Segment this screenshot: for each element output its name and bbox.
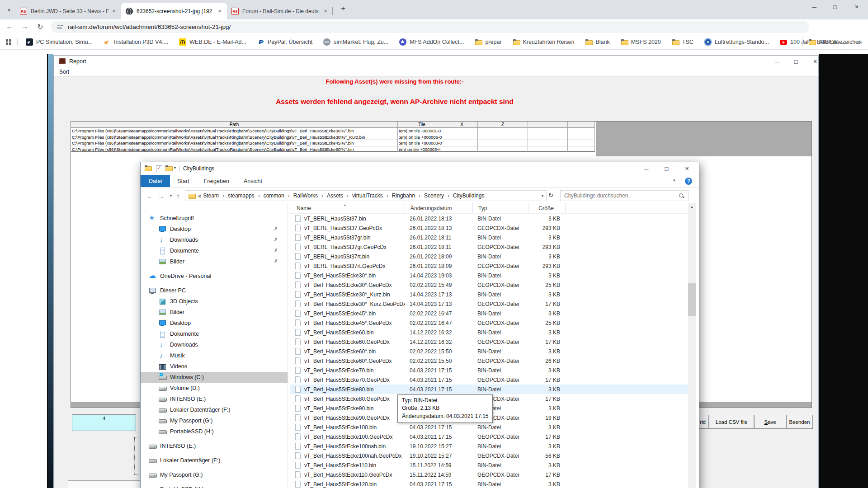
sidebar-item[interactable]: PortableSSD (H:)	[141, 426, 288, 437]
breadcrumb-segment[interactable]: common	[255, 192, 284, 199]
bookmark-item[interactable]: simMarket: Flug, Zu...	[321, 37, 391, 47]
column-header-type[interactable]: Typ	[473, 203, 528, 213]
nav-up-button[interactable]	[173, 191, 183, 201]
breadcrumb-segment[interactable]: Steam	[203, 192, 219, 199]
search-input[interactable]: CityBuildings durchsuchen	[560, 190, 689, 201]
apps-grid-icon[interactable]	[5, 39, 12, 45]
breadcrumb-segment[interactable]: steamapps	[219, 192, 255, 199]
report-maximize-button[interactable]	[788, 56, 804, 67]
bookmark-item[interactable]: PC Simulation, Simu...	[23, 37, 95, 47]
file-row[interactable]: vT_Berl_Haus5StEcke80.bin 04.03.2021 17:…	[290, 385, 689, 394]
breadcrumb-segment[interactable]: CityBuildings	[444, 192, 484, 199]
explorer-minimize-button[interactable]	[636, 162, 656, 175]
column-header-date[interactable]: Änderungsdatum	[405, 203, 473, 213]
sidebar-item[interactable]: Dokumente	[141, 245, 288, 256]
help-icon[interactable]	[685, 178, 692, 185]
quit-button[interactable]: Beenden	[786, 415, 813, 429]
sidebar-item[interactable]: Windows (C:)	[141, 372, 288, 383]
properties-check-icon[interactable]	[155, 164, 163, 173]
bookmark-item[interactable]: prepar	[472, 37, 504, 47]
ribbon-tab[interactable]: Freigeben	[197, 175, 236, 187]
explorer-maximize-button[interactable]	[656, 162, 677, 175]
window-close-button[interactable]	[846, 0, 867, 14]
file-row[interactable]: vT_BERL_Haus5St37gr.GeoPcDx 26.01.2022 1…	[290, 242, 689, 252]
table-row[interactable]: C:\Program Files (x86)\Steam\steamapps\c…	[71, 140, 595, 146]
file-row[interactable]: vT_BERL_Haus5St37rt.GeoPcDx 26.01.2022 1…	[290, 261, 689, 271]
save-button[interactable]: Save	[754, 415, 786, 429]
file-row[interactable]: vT_Berl_Haus5StEcke30°.bin 14.04.2023 19…	[290, 271, 689, 280]
bookmark-item[interactable]: MSFS 2020	[618, 37, 664, 47]
column-tile[interactable]: Tile	[398, 122, 446, 128]
file-row[interactable]: vT_Berl_Haus5StEcke45°.GeoPcDx 02.02.202…	[290, 318, 689, 328]
file-row[interactable]: vT_Berl_Haus5StEcke70.bin 04.03.2021 17:…	[290, 366, 689, 375]
sidebar-item[interactable]: Videos	[141, 361, 288, 372]
sidebar-item[interactable]: Dieser PC	[141, 285, 288, 296]
file-row[interactable]: vT_Berl_Haus5StEcke110.GeoPcDx 15.11.202…	[290, 470, 689, 479]
column-x[interactable]: X	[446, 122, 478, 128]
breadcrumb-segment[interactable]: Scenery	[415, 192, 444, 199]
sidebar-item[interactable]: Downloads	[141, 339, 288, 350]
all-bookmarks-button[interactable]: Alle Lesezeichen	[802, 38, 862, 46]
explorer-close-button[interactable]	[677, 162, 697, 175]
url-omnibox[interactable]: rail-sim.de/forum/wcf/attachment/633652-…	[51, 21, 809, 33]
bookmark-item[interactable]: TSC	[669, 37, 696, 47]
breadcrumb-segment[interactable]: Assets	[318, 192, 343, 199]
report-minimize-button[interactable]	[769, 56, 785, 67]
table-row[interactable]: C:\Program Files (x86)\Steam\steamapps\c…	[71, 146, 595, 153]
sidebar-item[interactable]: 3D Objects	[141, 296, 288, 307]
refresh-icon[interactable]	[548, 192, 553, 199]
file-row[interactable]: vT_Berl_Haus5StEcke110.bin 15.11.2022 14…	[290, 460, 689, 470]
file-row[interactable]: vT_BERL_Haus5St37gr.bin 26.01.2022 18:11…	[290, 233, 689, 242]
sidebar-item[interactable]: INTENSO (E:)	[141, 441, 288, 451]
mini-scrollbar[interactable]	[134, 437, 140, 475]
new-folder-icon[interactable]	[165, 164, 173, 173]
column-header-name[interactable]: Name	[290, 203, 405, 213]
bookmark-item[interactable]: Blank	[582, 37, 612, 47]
bookmark-item[interactable]: PayPal: Übersicht	[255, 37, 315, 47]
file-row[interactable]: vT_Berl_Haus5StEcke60°.bin 02.02.2022 15…	[290, 347, 689, 356]
breadcrumb-segment[interactable]: virtualTracks	[343, 192, 383, 199]
file-row[interactable]: vT_Berl_Haus5StEcke100nah.GeoPcDx 19.10.…	[290, 451, 689, 460]
breadcrumb-overflow[interactable]: «	[198, 192, 201, 199]
file-row[interactable]: vT_Berl_Haus5StEcke30°_Kurz.bin 14.04.20…	[290, 290, 689, 299]
sidebar-item[interactable]: INTENSO (E:)	[141, 394, 288, 404]
file-row[interactable]: vT_BERL_Haus5St37rt.bin 26.01.2022 18:09…	[290, 252, 689, 261]
back-button[interactable]	[4, 21, 15, 33]
breadcrumb-segment[interactable]: RailWorks	[284, 192, 318, 199]
bookmark-item[interactable]: WEB.DE - E-Mail-Ad...	[176, 37, 249, 47]
menu-sort[interactable]: Sort	[59, 69, 69, 75]
sidebar-item[interactable]: My Passport (G:)	[141, 469, 288, 480]
sidebar-item[interactable]: My Passport (G:)	[141, 415, 288, 426]
bookmark-item[interactable]: Kreuzfahrten Reisen	[510, 37, 577, 47]
sidebar-item[interactable]: Musik	[141, 350, 288, 361]
ribbon-collapse-chevron-icon[interactable]	[673, 178, 675, 183]
file-row[interactable]: vT_Berl_Haus5StEcke120.bin 04.03.2021 17…	[290, 479, 689, 488]
window-minimize-button[interactable]	[804, 0, 825, 14]
browser-tab[interactable]: Forum - Rail-Sim.de - Die deuts	[227, 3, 333, 19]
breadcrumb-chevron-icon[interactable]	[542, 194, 543, 198]
column-header-size[interactable]: Größe	[528, 203, 566, 213]
breadcrumb[interactable]: « Steam steamapps common RailWorks Asset…	[185, 190, 547, 201]
file-row[interactable]: vT_Berl_Haus5StEcke60°.GeoPcDx 02.02.202…	[290, 356, 689, 366]
ribbon-tab[interactable]: Ansicht	[236, 175, 269, 187]
nav-back-button[interactable]	[145, 191, 155, 201]
sidebar-item[interactable]: OneDrive - Personal	[141, 271, 288, 282]
sidebar-item[interactable]: Lokaler Datenträger (F:)	[141, 404, 288, 415]
file-row[interactable]: vT_BERL_Haus5St37.GeoPcDx 26.01.2022 18:…	[290, 223, 689, 233]
site-info-icon[interactable]	[56, 23, 63, 31]
sidebar-item[interactable]: Schnellzugriff	[141, 213, 288, 224]
bookmark-item[interactable]: Luftrettungs-Stando...	[702, 37, 772, 47]
ribbon-tab[interactable]: Datei	[141, 175, 170, 187]
tab-search-chevron-icon[interactable]	[5, 5, 14, 14]
file-row[interactable]: vT_Berl_Haus5StEcke100.GeoPcDx 04.03.202…	[290, 432, 689, 441]
nav-forward-button[interactable]	[156, 191, 166, 201]
tab-close-icon[interactable]	[216, 8, 223, 15]
table-row[interactable]: C:\Program Files (x86)\Steam\steamapps\c…	[71, 134, 595, 141]
column-z[interactable]: Z	[478, 122, 528, 128]
breadcrumb-segment[interactable]: Ringbahn	[383, 192, 415, 199]
file-row[interactable]: vT_Berl_Haus5StEcke30°_Kurz.GeoPcDx 14.0…	[290, 299, 689, 309]
sidebar-item[interactable]: Bilder	[141, 256, 288, 267]
file-row[interactable]: vT_Berl_Haus5StEcke45°.bin 02.02.2022 16…	[290, 309, 689, 318]
scrollbar[interactable]	[688, 203, 696, 488]
table-row[interactable]: C:\Program Files (x86)\Steam\steamapps\c…	[71, 128, 595, 134]
